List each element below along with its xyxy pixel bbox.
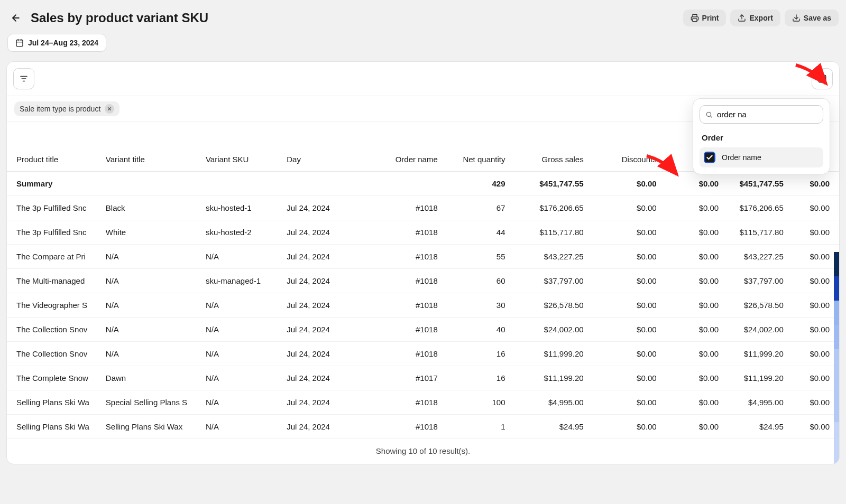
cell-product: The 3p Fulfilled Snc: [7, 196, 102, 220]
cell-gross: $11,199.20: [509, 366, 587, 390]
col-discounts[interactable]: Discounts: [588, 122, 661, 172]
table-row[interactable]: Selling Plans Ski WaSelling Plans Ski Wa…: [7, 415, 839, 439]
cell-disc: $0.00: [588, 318, 661, 342]
cell-day: Jul 24, 2024: [282, 220, 355, 245]
col-gross-sales[interactable]: Gross sales: [509, 122, 587, 172]
col-variant-title[interactable]: Variant title: [102, 122, 201, 172]
cell-gross: $176,206.65: [509, 196, 587, 220]
cell-v2: $24.95: [723, 415, 788, 439]
filter-chip[interactable]: Sale item type is product: [14, 101, 119, 116]
cell-qty: 1: [442, 415, 510, 439]
table-row[interactable]: The Multi-managedN/Asku-managed-1Jul 24,…: [7, 269, 839, 293]
checkbox-checked[interactable]: [704, 152, 715, 163]
col-day[interactable]: Day: [282, 122, 355, 172]
cell-day: Jul 24, 2024: [282, 269, 355, 293]
cell-variant: Black: [102, 196, 201, 220]
printer-icon: [691, 14, 699, 22]
cell-order: #1018: [355, 415, 442, 439]
cell-variant: White: [102, 220, 201, 245]
col-net-quantity[interactable]: Net quantity: [442, 122, 510, 172]
summary-net-qty: 429: [442, 172, 510, 196]
row-color-bars: [834, 252, 839, 464]
cell-gross: $43,227.25: [509, 245, 587, 269]
cell-v1: $0.00: [661, 245, 723, 269]
cell-variant: N/A: [102, 293, 201, 318]
cell-qty: 60: [442, 269, 510, 293]
cell-product: The Videographer S: [7, 293, 102, 318]
cell-disc: $0.00: [588, 220, 661, 245]
cell-qty: 40: [442, 318, 510, 342]
table-row[interactable]: The 3p Fulfilled SncBlacksku-hosted-1Jul…: [7, 196, 839, 220]
cell-v3: $0.00: [788, 415, 839, 439]
cell-product: The Complete Snow: [7, 366, 102, 390]
cell-v2: $115,717.80: [723, 220, 788, 245]
date-range-label: Jul 24–Aug 23, 2024: [28, 39, 98, 47]
cell-v3: $0.00: [788, 390, 839, 415]
date-range-selector[interactable]: Jul 24–Aug 23, 2024: [7, 34, 106, 52]
cell-qty: 30: [442, 293, 510, 318]
table-row[interactable]: Selling Plans Ski WaSpecial Selling Plan…: [7, 390, 839, 415]
cell-product: Selling Plans Ski Wa: [7, 390, 102, 415]
save-as-button[interactable]: Save as: [785, 10, 839, 26]
table-row[interactable]: The Compare at PriN/AN/AJul 24, 2024#101…: [7, 245, 839, 269]
cell-variant: N/A: [102, 342, 201, 366]
back-button[interactable]: [7, 10, 24, 26]
cell-order: #1018: [355, 390, 442, 415]
search-icon: [705, 110, 713, 119]
cell-v1: $0.00: [661, 342, 723, 366]
column-option-order-name[interactable]: Order name: [700, 147, 823, 167]
cell-day: Jul 24, 2024: [282, 366, 355, 390]
color-bar: [834, 422, 839, 446]
cell-gross: $115,717.80: [509, 220, 587, 245]
export-button[interactable]: Export: [730, 10, 780, 26]
cell-v3: $0.00: [788, 366, 839, 390]
cell-v1: $0.00: [661, 318, 723, 342]
filter-icon: [19, 74, 29, 83]
close-icon: [107, 106, 112, 111]
col-variant-sku[interactable]: Variant SKU: [201, 122, 282, 172]
cell-v3: $0.00: [788, 318, 839, 342]
column-search-wrap[interactable]: [700, 105, 823, 124]
table-row[interactable]: The Videographer SN/AN/AJul 24, 2024#101…: [7, 293, 839, 318]
cell-qty: 44: [442, 220, 510, 245]
cell-order: #1018: [355, 342, 442, 366]
col-product-title[interactable]: Product title: [7, 122, 102, 172]
cell-v3: $0.00: [788, 245, 839, 269]
color-bar: [834, 446, 839, 464]
cell-sku: N/A: [201, 318, 282, 342]
cell-order: #1018: [355, 269, 442, 293]
cell-gross: $37,797.00: [509, 269, 587, 293]
cell-sku: sku-managed-1: [201, 269, 282, 293]
cell-disc: $0.00: [588, 245, 661, 269]
print-button[interactable]: Print: [683, 10, 727, 26]
table-row[interactable]: The Collection SnovN/AN/AJul 24, 2024#10…: [7, 342, 839, 366]
cell-product: The Collection Snov: [7, 318, 102, 342]
cell-v2: $24,002.00: [723, 318, 788, 342]
column-section-label: Order: [702, 133, 821, 142]
filter-button[interactable]: [13, 68, 34, 89]
cell-v3: $0.00: [788, 342, 839, 366]
cell-sku: sku-hosted-1: [201, 196, 282, 220]
cell-order: #1018: [355, 245, 442, 269]
col-order-name[interactable]: Order name: [355, 122, 442, 172]
color-bar: [834, 301, 839, 325]
cell-v2: $11,199.20: [723, 366, 788, 390]
print-label: Print: [702, 14, 719, 22]
column-search-input[interactable]: [717, 110, 817, 119]
remove-filter-button[interactable]: [105, 104, 114, 114]
cell-day: Jul 24, 2024: [282, 293, 355, 318]
cell-v2: $11,999.20: [723, 342, 788, 366]
cell-product: The Collection Snov: [7, 342, 102, 366]
cell-variant: Selling Plans Ski Wax: [102, 415, 201, 439]
cell-gross: $11,999.20: [509, 342, 587, 366]
table-row[interactable]: The Complete SnowDawnN/AJul 24, 2024#101…: [7, 366, 839, 390]
svg-rect-1: [693, 18, 697, 21]
cell-disc: $0.00: [588, 366, 661, 390]
table-row[interactable]: The 3p Fulfilled SncWhitesku-hosted-2Jul…: [7, 220, 839, 245]
table-row[interactable]: The Collection SnovN/AN/AJul 24, 2024#10…: [7, 318, 839, 342]
cell-disc: $0.00: [588, 196, 661, 220]
color-bar: [834, 252, 839, 276]
columns-button[interactable]: [812, 68, 833, 89]
calendar-icon: [15, 39, 24, 47]
cell-day: Jul 24, 2024: [282, 415, 355, 439]
